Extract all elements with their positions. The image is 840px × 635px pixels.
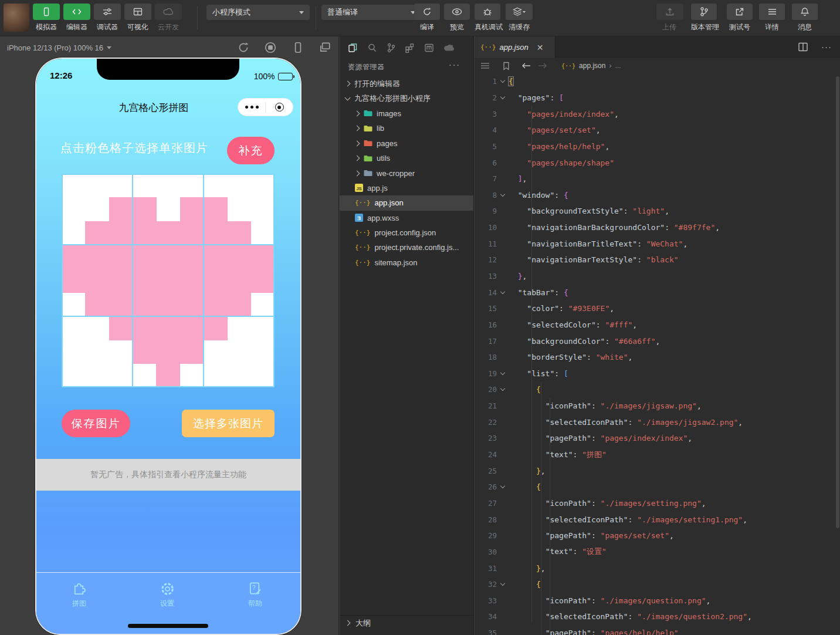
code-line-15[interactable]: 15"color": "#93E0FE", [475,300,840,317]
code-line-26[interactable]: 26{ [475,479,840,495]
source-control-icon[interactable] [387,43,395,53]
breadcrumb-more[interactable]: ... [615,62,621,70]
code-line-31[interactable]: 31}, [475,560,840,576]
simulator-toggle-button[interactable]: 模拟器 [33,4,60,32]
tab-app-json[interactable]: {··} app.json ✕ [475,36,556,58]
code-line-3[interactable]: 3"pages/index/index", [475,106,840,122]
test-account-button[interactable]: 测试号 [727,4,753,32]
npm-icon[interactable] [424,43,434,53]
tree-item-app.js[interactable]: JSapp.js [340,181,473,195]
explorer-more-icon[interactable]: ··· [449,60,460,69]
supplement-button[interactable]: 补充 [227,137,275,164]
code-line-33[interactable]: 33"iconPath": "./images/question.png", [475,593,840,609]
code-line-30[interactable]: 30"text": "设置" [475,544,840,560]
code-line-27[interactable]: 27"iconPath": "./images/setting.png", [475,495,840,512]
tree-item-app.wxss[interactable]: Ǝapp.wxss [340,211,473,225]
code-line-29[interactable]: 29"pagePath": "pages/set/set", [475,528,840,544]
code-line-25[interactable]: 25}, [475,462,840,479]
minimize-target-icon[interactable] [266,103,293,112]
details-button[interactable]: 详情 [759,4,785,32]
code-line-35[interactable]: 35"pagePath": "pages/help/help" [475,625,840,635]
tree-item-app.json[interactable]: {··}app.json [340,195,473,210]
compile-mode-select[interactable]: 普通编译 [321,5,421,20]
heart-puzzle-grid[interactable] [62,174,275,387]
split-editor-icon[interactable] [798,42,808,52]
fold-chevron-icon[interactable] [497,292,509,293]
record-icon[interactable] [264,41,277,54]
bookmark-icon[interactable] [503,62,510,70]
compile-button[interactable]: 编译 [414,4,440,32]
code-line-21[interactable]: 21"iconPath": "./images/jigsaw.png", [475,398,840,414]
code-line-10[interactable]: 10"navigationBarBackgroundColor": "#89f7… [475,219,840,236]
code-line-17[interactable]: 17"backgroundColor": "#66a6ff", [475,333,840,349]
code-line-28[interactable]: 28"selectedIconPath": "./images/setting1… [475,511,840,528]
code-line-22[interactable]: 22"selectedIconPath": "./images/jigsaw2.… [475,414,840,430]
code-line-13[interactable]: 13}, [475,268,840,285]
upload-button[interactable]: 上传 [656,4,682,32]
code-line-18[interactable]: 18"borderStyle": "white", [475,349,840,366]
remote-debug-button[interactable]: 真机调试 [475,4,500,32]
fold-chevron-icon[interactable] [497,194,509,196]
tree-item-project.private.config.js...[interactable]: {··}project.private.config.js... [340,240,473,255]
fold-chevron-icon[interactable] [497,583,509,585]
clear-cache-button[interactable]: 清缓存 [506,4,533,32]
messages-button[interactable]: 消息 [792,4,818,32]
tree-item--[interactable]: 九宫格心形拼图小程序 [340,91,473,106]
code-line-9[interactable]: 9"backgroundTextStyle": "light", [475,203,840,219]
fold-chevron-icon[interactable] [497,97,509,99]
tree-item-utils[interactable]: utils [340,151,473,165]
cloud-dev-button[interactable]: 云开发 [155,4,182,32]
code-line-8[interactable]: 8"window": { [475,187,840,203]
code-line-32[interactable]: 32{ [475,576,840,593]
back-arrow-icon[interactable] [521,62,531,69]
debugger-toggle-button[interactable]: 调试器 [94,4,121,32]
code-line-7[interactable]: 7], [475,171,840,187]
code-line-24[interactable]: 24"text": "拼图" [475,447,840,463]
editor-scrollbar[interactable] [836,76,839,528]
outline-list-icon[interactable] [480,62,490,70]
forward-arrow-icon[interactable] [538,62,547,69]
code-line-23[interactable]: 23"pagePath": "pages/index/index", [475,430,840,447]
tabbar-item-2[interactable]: 设置 [144,581,191,609]
device-select[interactable]: iPhone 12/13 (Pro) 100% 16 [7,43,111,52]
code-line-14[interactable]: 14"tabBar": { [475,284,840,300]
tree-item-project.config.json[interactable]: {··}project.config.json [340,225,473,240]
extensions-icon[interactable] [405,43,415,53]
preview-button[interactable]: 预览 [444,4,470,32]
search-icon[interactable] [367,43,377,53]
tree-item-images[interactable]: images [340,106,473,121]
code-line-6[interactable]: 6"pages/shape/shape" [475,154,840,171]
more-dots-icon[interactable] [238,106,265,109]
fold-chevron-icon[interactable] [497,389,509,390]
code-line-34[interactable]: 34"selectedIconPath": "./images/question… [475,609,840,625]
fold-chevron-icon[interactable] [497,373,509,374]
files-icon[interactable] [348,43,358,53]
code-line-1[interactable]: 1{ [475,73,840,90]
editor-more-icon[interactable]: ··· [821,42,832,52]
rotate-icon[interactable] [237,41,250,54]
save-image-button[interactable]: 保存图片 [62,410,130,437]
code-line-11[interactable]: 11"navigationBarTitleText": "WeChat", [475,235,840,252]
tabbar-item-1[interactable]: 拼图 [56,581,103,609]
scheme-mode-select[interactable]: 小程序模式 [206,5,310,20]
tree-item--[interactable]: 打开的编辑器 [340,76,473,91]
code-line-5[interactable]: 5"pages/help/help", [475,139,840,155]
multi-window-icon[interactable] [319,41,331,54]
code-line-2[interactable]: 2"pages": [ [475,90,840,106]
user-avatar[interactable] [4,4,29,32]
code-line-16[interactable]: 16"selectedColor": "#fff", [475,317,840,333]
code-line-4[interactable]: 4"pages/set/set", [475,122,840,139]
fold-chevron-icon[interactable] [497,80,509,82]
code-line-20[interactable]: 20{ [475,381,840,398]
fold-chevron-icon[interactable] [497,486,509,488]
outline-section[interactable]: 大纲 [340,615,473,630]
close-icon[interactable]: ✕ [537,43,544,52]
multi-select-button[interactable]: 选择多张图片 [182,410,275,437]
version-control-button[interactable]: 版本管理 [691,4,717,32]
device-frame-icon[interactable] [292,41,304,54]
tree-item-pages[interactable]: pages [340,136,473,151]
code-line-19[interactable]: 19"list": [ [475,366,840,382]
tabbar-item-3[interactable]: ?帮助 [232,581,279,609]
code-editor[interactable]: 1{2"pages": [3"pages/index/index",4"page… [475,73,840,635]
code-line-12[interactable]: 12"navigationBarTextStyle": "black" [475,252,840,268]
